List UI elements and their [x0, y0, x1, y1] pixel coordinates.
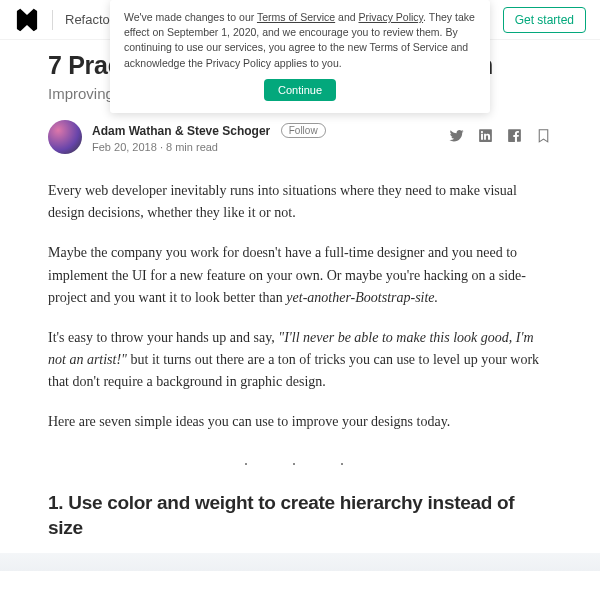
meta-separator: · [157, 141, 166, 153]
section-heading: 1. Use color and weight to create hierar… [48, 491, 552, 540]
facebook-icon[interactable] [506, 127, 523, 148]
byline: Adam Wathan & Steve Schoger Follow Feb 2… [48, 120, 552, 154]
text-run: It's easy to throw your hands up and say… [48, 330, 278, 345]
figure-placeholder [0, 553, 600, 571]
banner-text-1: We've made changes to our [124, 11, 257, 23]
paragraph: It's easy to throw your hands up and say… [48, 327, 552, 393]
article-meta: Feb 20, 2018 · 8 min read [92, 141, 326, 153]
follow-button[interactable]: Follow [281, 123, 326, 138]
share-actions [448, 127, 552, 148]
banner-text-and: and [335, 11, 358, 23]
text-run-italic: yet-another-Bootstrap-site. [286, 290, 438, 305]
section-divider-dots: . . . [48, 451, 552, 469]
terms-of-service-link[interactable]: Terms of Service [257, 11, 335, 23]
privacy-policy-link[interactable]: Privacy Policy [359, 11, 424, 23]
twitter-icon[interactable] [448, 127, 465, 148]
tos-banner: We've made changes to our Terms of Servi… [110, 0, 490, 113]
medium-logo-icon[interactable] [14, 7, 40, 33]
article-body: Every web developer inevitably runs into… [48, 180, 552, 540]
bookmark-icon[interactable] [535, 127, 552, 148]
linkedin-icon[interactable] [477, 127, 494, 148]
get-started-button[interactable]: Get started [503, 7, 586, 33]
paragraph: Maybe the company you work for doesn't h… [48, 242, 552, 308]
paragraph: Here are seven simple ideas you can use … [48, 411, 552, 433]
continue-button[interactable]: Continue [264, 79, 336, 101]
author-names[interactable]: Adam Wathan & Steve Schoger [92, 124, 270, 138]
read-time: 8 min read [166, 141, 218, 153]
paragraph: Every web developer inevitably runs into… [48, 180, 552, 224]
avatar[interactable] [48, 120, 82, 154]
divider [52, 10, 53, 30]
publish-date: Feb 20, 2018 [92, 141, 157, 153]
